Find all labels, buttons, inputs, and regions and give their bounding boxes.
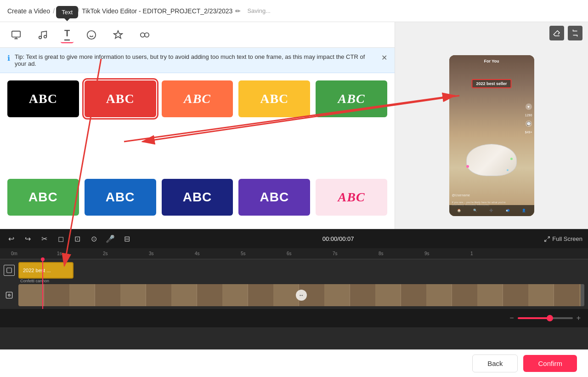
tip-text: Tip: Text is great to give more informat… [15, 53, 377, 67]
text-style-6[interactable]: ABC [7, 179, 79, 216]
crop-tool[interactable] [568, 26, 582, 40]
video-track: ↔ [0, 281, 588, 309]
tip-close-button[interactable]: ✕ [381, 53, 387, 62]
text-style-10[interactable]: ABC [316, 179, 387, 216]
text-style-4[interactable]: ABC [238, 80, 310, 117]
music-icon [38, 30, 48, 40]
voice-button[interactable]: 🎤 [105, 234, 116, 245]
svg-line-10 [545, 240, 547, 241]
crop-icon [571, 29, 579, 37]
svg-point-3 [87, 30, 96, 39]
redo-button[interactable]: ↪ [22, 234, 33, 245]
timeline: ↩ ↪ ✂ ◻ ⊡ ⊙ 🎤 ⊟ 00:00/00:07 Full Screen … [0, 229, 588, 349]
zoom-out-icon[interactable]: − [509, 314, 514, 322]
phone-preview: For You 2022 best seller @Username if yo… [449, 55, 534, 216]
delete-button[interactable]: ⊟ [121, 234, 132, 245]
svg-rect-12 [6, 292, 12, 298]
eraser-tool[interactable] [549, 26, 564, 40]
toolbar-effect[interactable] [109, 28, 127, 42]
svg-point-7 [145, 33, 149, 37]
fullscreen-button[interactable]: Full Screen [544, 235, 582, 242]
svg-point-1 [39, 36, 42, 39]
bottom-bar: Back Confirm [0, 349, 588, 377]
effect-icon [113, 30, 123, 40]
transition-icon [140, 30, 150, 40]
edit-title-icon[interactable]: ✏ [235, 7, 241, 15]
zoom-slider[interactable] [518, 317, 573, 319]
text-track-icon [4, 265, 15, 276]
toolbar-sticker[interactable] [83, 28, 100, 42]
text-track: 2022 best ... Confetti cannon [0, 259, 588, 281]
username-label: @Username [452, 194, 470, 197]
svg-point-13 [8, 294, 10, 296]
eraser-icon [553, 29, 561, 37]
phone-screen: For You 2022 best seller @Username if yo… [449, 55, 534, 216]
total-time: 00:07 [339, 235, 354, 242]
text-track-item[interactable]: 2022 best ... [18, 262, 74, 279]
current-time: 00:00 [322, 235, 338, 242]
text-track-content: 2022 best ... Confetti cannon [18, 262, 584, 279]
saving-status: Saving... [247, 7, 271, 14]
timeline-ruler: 0m 1s 2s 3s 4s 5s 6s 7s 8s 9s 1 [0, 248, 588, 259]
like-icon[interactable]: ♥ [526, 103, 532, 110]
video-strip[interactable]: ↔ [18, 284, 584, 306]
header: Create a Video / Drafts / TikTok Video E… [0, 0, 588, 22]
editor-toolbar: Text T [0, 22, 395, 48]
title-area: TikTok Video Editor - EDITOR_PROJECT_2/2… [82, 7, 241, 15]
svg-point-6 [141, 33, 145, 37]
breadcrumb-sep1: / [53, 7, 55, 15]
playhead-head [41, 257, 45, 261]
toolbar-media[interactable] [7, 28, 25, 42]
time-display: 00:00/00:07 [138, 235, 538, 242]
fullscreen-icon [544, 236, 550, 242]
svg-point-2 [44, 35, 47, 38]
timeline-toolbar: ↩ ↪ ✂ ◻ ⊡ ⊙ 🎤 ⊟ 00:00/00:07 Full Screen [0, 229, 588, 248]
cut-button[interactable]: ✂ [39, 234, 50, 245]
video-track-icon [4, 290, 15, 301]
svg-rect-11 [7, 268, 12, 273]
text-style-7[interactable]: ABC [85, 179, 156, 216]
breadcrumb: Create a Video / Drafts / TikTok Video E… [7, 7, 271, 15]
svg-rect-0 [12, 31, 20, 37]
toolbar-music[interactable] [34, 28, 51, 42]
zoom-bar: − + [0, 309, 588, 327]
media-icon [11, 30, 21, 40]
toolbar-transition[interactable] [136, 28, 153, 42]
text-style-8[interactable]: ABC [162, 179, 233, 216]
text-style-5[interactable]: ABC [316, 80, 387, 117]
text-style-2[interactable]: ABC [85, 80, 156, 117]
sticker-icon [86, 30, 96, 40]
undo-button[interactable]: ↩ [6, 234, 17, 245]
breadcrumb-create[interactable]: Create a Video [7, 7, 50, 15]
comment-icon[interactable]: 💬 [526, 120, 532, 127]
fullscreen-label: Full Screen [552, 235, 582, 242]
merge-handle[interactable]: ↔ [296, 290, 307, 301]
text-track-label: 2022 best ... [23, 268, 51, 273]
tip-banner: ℹ Tip: Text is great to give more inform… [0, 48, 395, 73]
timeline-tracks: 2022 best ... Confetti cannon ↔ [0, 259, 588, 309]
back-button[interactable]: Back [472, 354, 518, 372]
info-icon: ℹ [7, 54, 10, 63]
playhead [42, 259, 43, 309]
zoom-in-icon[interactable]: + [577, 314, 581, 322]
text-icon: T [64, 28, 70, 40]
confirm-button[interactable]: Confirm [523, 355, 577, 372]
text-style-9[interactable]: ABC [238, 179, 310, 216]
video-icon [6, 291, 13, 299]
text-style-1[interactable]: ABC [7, 80, 79, 117]
resize-icon [6, 267, 12, 274]
confetti-label: Confetti cannon [20, 279, 49, 283]
toolbar-text[interactable]: Text T [61, 26, 74, 43]
text-tooltip: Text [56, 6, 78, 18]
erase-button[interactable]: ◻ [55, 234, 66, 245]
project-title: TikTok Video Editor - EDITOR_PROJECT_2/2… [82, 7, 232, 15]
split-button[interactable]: ⊡ [72, 234, 83, 245]
smart-button[interactable]: ⊙ [88, 234, 99, 245]
video-end-handle[interactable] [581, 284, 584, 306]
for-you-label: For You [484, 59, 499, 63]
video-text-overlay[interactable]: 2022 best seller [471, 79, 511, 88]
text-style-3[interactable]: ABC [162, 80, 233, 117]
svg-line-9 [548, 236, 549, 238]
